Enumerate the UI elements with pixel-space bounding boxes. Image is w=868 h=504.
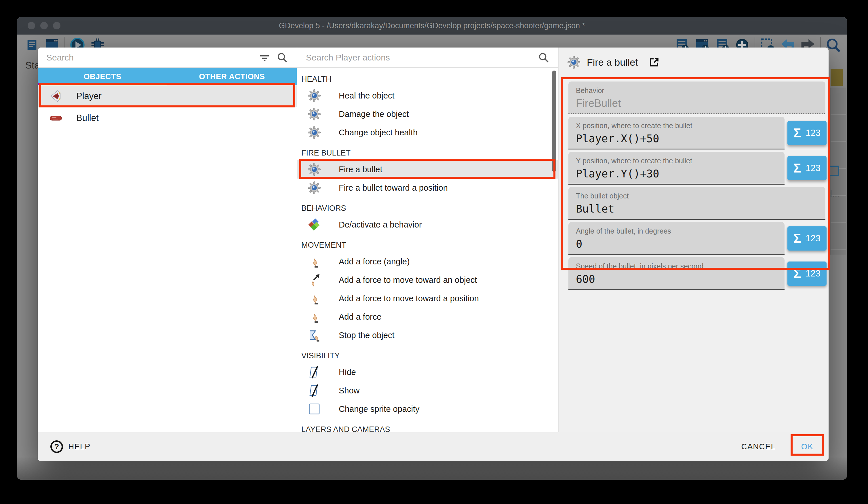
field-label: Speed of the bullet, in pixels per secon… (576, 262, 777, 270)
action-fire-bullet-toward-position[interactable]: Fire a bullet toward a position (297, 179, 558, 197)
events-selected-cell (829, 165, 839, 176)
action-label: Fire a bullet toward a position (339, 183, 448, 193)
behavior-icon (308, 218, 321, 231)
bullet-object-field[interactable]: The bullet object Bullet (568, 187, 825, 220)
hide-icon (308, 365, 321, 379)
dialog-footer: ? HELP CANCEL OK (38, 432, 829, 461)
tab-objects[interactable]: OBJECTS (38, 68, 167, 85)
objects-panel: OBJECTS OTHER ACTIONS Player Bullet (38, 48, 297, 432)
edit-action-dialog: OBJECTS OTHER ACTIONS Player Bullet (38, 48, 829, 461)
gear-icon (308, 163, 321, 176)
dialog-main: OBJECTS OTHER ACTIONS Player Bullet (38, 48, 829, 432)
gear-icon (308, 108, 321, 121)
objects-search-input[interactable] (46, 53, 252, 62)
action-stop-the-object[interactable]: Stop the object (297, 326, 558, 344)
actions-scrollbar-thumb[interactable] (552, 71, 556, 172)
section-header-movement: MOVEMENT (297, 234, 558, 252)
digits-123-icon: 123 (806, 269, 820, 279)
field-label: Behavior (576, 87, 818, 95)
y-expression-button[interactable]: Σ 123 (787, 156, 827, 180)
minimize-window-button[interactable] (40, 22, 48, 29)
tab-other-actions[interactable]: OTHER ACTIONS (167, 68, 297, 85)
action-fire-a-bullet[interactable]: Fire a bullet (297, 160, 558, 179)
action-add-force-toward-object[interactable]: Add a force to move toward an object (297, 271, 558, 289)
inspector-title: Fire a bullet (587, 57, 638, 68)
angle-field[interactable]: Angle of the bullet, in degrees 0 (568, 222, 785, 255)
field-value: Player.Y()+30 (576, 168, 777, 180)
action-add-a-force[interactable]: Add a force (297, 308, 558, 326)
help-label: HELP (68, 442, 90, 451)
opacity-icon (308, 402, 321, 416)
actions-search-input[interactable] (306, 53, 531, 62)
stop-icon (308, 329, 321, 342)
action-add-force-angle[interactable]: Add a force (angle) (297, 252, 558, 271)
ok-button[interactable]: OK (790, 436, 824, 457)
object-row-bullet[interactable]: Bullet (38, 107, 297, 129)
window-titlebar: GDevelop 5 - /Users/dkarakay/Documents/G… (17, 17, 847, 34)
field-row-y-position: Y position, where to create the bullet P… (568, 152, 827, 185)
sigma-icon: Σ (794, 162, 801, 174)
field-row-x-position: X position, where to create the bullet P… (568, 117, 827, 150)
action-label: Change sprite opacity (339, 404, 420, 414)
active-tab-underline (38, 83, 167, 85)
objects-search-row (38, 48, 297, 68)
field-value: FireBullet (576, 97, 818, 109)
action-label: Change object health (339, 128, 417, 137)
action-label: Add a force to move toward a position (339, 294, 479, 303)
action-label: Hide (339, 367, 356, 377)
x-position-field[interactable]: X position, where to create the bullet P… (568, 117, 785, 150)
speed-expression-button[interactable]: Σ 123 (787, 262, 827, 286)
field-value: 0 (576, 238, 777, 250)
action-label: Stop the object (339, 331, 394, 340)
digits-123-icon: 123 (806, 233, 820, 244)
gear-icon (567, 56, 580, 69)
force-icon (308, 292, 321, 305)
x-expression-button[interactable]: Σ 123 (787, 121, 827, 145)
project-manager-icon (28, 40, 37, 50)
field-label: Angle of the bullet, in degrees (576, 227, 777, 235)
actions-panel: HEALTH Heal the object Damage the object… (297, 48, 559, 432)
zoom-window-button[interactable] (53, 22, 60, 29)
search-icon[interactable] (538, 52, 549, 63)
bullet-icon (49, 111, 62, 125)
action-change-object-health[interactable]: Change object health (297, 123, 558, 142)
field-row-speed: Speed of the bullet, in pixels per secon… (568, 257, 827, 290)
filter-icon[interactable] (259, 52, 270, 63)
help-icon: ? (50, 440, 63, 453)
y-position-field[interactable]: Y position, where to create the bullet P… (568, 152, 785, 185)
help-button[interactable]: ? HELP (50, 440, 90, 453)
action-heal-the-object[interactable]: Heal the object (297, 87, 558, 105)
action-add-force-toward-position[interactable]: Add a force to move toward a position (297, 289, 558, 308)
field-value: Player.X()+50 (576, 132, 777, 145)
section-header-layers-cameras: LAYERS AND CAMERAS (297, 418, 558, 432)
action-change-sprite-opacity[interactable]: Change sprite opacity (297, 400, 558, 418)
close-window-button[interactable] (28, 22, 35, 29)
behavior-field: Behavior FireBullet (568, 81, 825, 114)
speed-field[interactable]: Speed of the bullet, in pixels per secon… (568, 257, 785, 290)
action-hide[interactable]: Hide (297, 363, 558, 381)
angle-expression-button[interactable]: Σ 123 (787, 226, 827, 251)
action-list: HEALTH Heal the object Damage the object… (297, 68, 558, 432)
object-row-player[interactable]: Player (38, 85, 297, 107)
objects-tabs: OBJECTS OTHER ACTIONS (38, 68, 297, 85)
field-value: 600 (576, 273, 777, 285)
field-label: X position, where to create the bullet (576, 122, 777, 130)
field-value: Bullet (576, 203, 818, 215)
events-highlight-block (830, 69, 843, 86)
action-deactivate-behavior[interactable]: De/activate a behavior (297, 215, 558, 234)
action-damage-the-object[interactable]: Damage the object (297, 105, 558, 123)
action-show[interactable]: Show (297, 381, 558, 400)
force-icon (308, 255, 321, 268)
section-header-visibility: VISIBILITY (297, 344, 558, 363)
project-manager-button[interactable] (24, 37, 40, 53)
gear-icon (308, 89, 321, 102)
search-icon[interactable] (277, 52, 288, 63)
sigma-icon: Σ (794, 267, 801, 280)
open-in-new-icon[interactable] (648, 57, 660, 68)
window-title: GDevelop 5 - /Users/dkarakay/Documents/G… (17, 21, 847, 30)
cancel-button[interactable]: CANCEL (738, 436, 778, 457)
sigma-icon: Σ (794, 127, 801, 139)
action-label: Add a force to move toward an object (339, 275, 477, 285)
section-header-health: HEALTH (297, 68, 558, 87)
action-label: Damage the object (339, 109, 409, 119)
